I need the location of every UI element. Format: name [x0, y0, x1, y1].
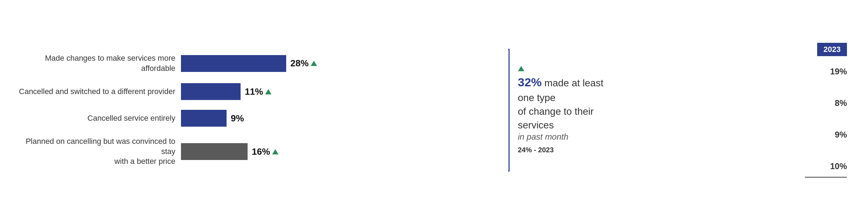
- right-values-list: 19% 8% 9% 10%: [830, 67, 847, 171]
- bar-value-3: 9%: [231, 113, 244, 124]
- right-value-1: 19%: [830, 67, 847, 76]
- triangle-up-icon-4: [272, 149, 278, 154]
- bracket-text: 32% made at least one type of change to …: [518, 66, 616, 154]
- bracket-sub-text: 24% - 2023: [518, 146, 616, 154]
- bar-fill-2: [181, 83, 241, 100]
- bar-container-1: 28%: [181, 55, 317, 72]
- bar-value-4: 16%: [252, 146, 278, 157]
- bracket-triangle-icon: [518, 66, 524, 71]
- divider: [805, 177, 847, 178]
- bar-label-4: Planned on cancelling but was convinced …: [14, 136, 175, 167]
- bar-row-1: Made changes to make services more affor…: [14, 53, 319, 73]
- right-value-4: 10%: [830, 161, 847, 171]
- bar-row-3: Cancelled service entirely 9%: [14, 110, 319, 127]
- bar-container-3: 9%: [181, 110, 244, 127]
- bracket-line: [508, 49, 510, 172]
- right-value-3: 9%: [835, 130, 847, 140]
- bar-label-3: Cancelled service entirely: [14, 113, 175, 124]
- bracket-annotation: 32% made at least one type of change to …: [508, 49, 616, 172]
- bar-label-1: Made changes to make services more affor…: [14, 53, 175, 73]
- triangle-up-icon-1: [311, 61, 317, 66]
- right-value-2: 8%: [835, 98, 847, 108]
- bar-row-4: Planned on cancelling but was convinced …: [14, 136, 319, 167]
- triangle-up-icon-2: [265, 89, 271, 94]
- bar-container-4: 16%: [181, 143, 278, 160]
- bar-fill-1: [181, 55, 286, 72]
- right-column: 2023 19% 8% 9% 10%: [805, 43, 854, 178]
- bar-fill-4: [181, 143, 248, 160]
- bar-container-2: 11%: [181, 83, 271, 100]
- bar-row-2: Cancelled and switched to a different pr…: [14, 83, 319, 100]
- bar-fill-3: [181, 110, 227, 127]
- bar-chart: Made changes to make services more affor…: [14, 53, 319, 167]
- bracket-desc-line2: of change to their services: [518, 106, 594, 131]
- bracket-percentage: 32%: [518, 75, 542, 89]
- bar-value-1: 28%: [290, 58, 317, 69]
- year-badge: 2023: [817, 43, 847, 56]
- bar-value-2: 11%: [245, 86, 271, 97]
- bracket-italic-text: in past month: [518, 132, 616, 142]
- bar-label-2: Cancelled and switched to a different pr…: [14, 87, 175, 97]
